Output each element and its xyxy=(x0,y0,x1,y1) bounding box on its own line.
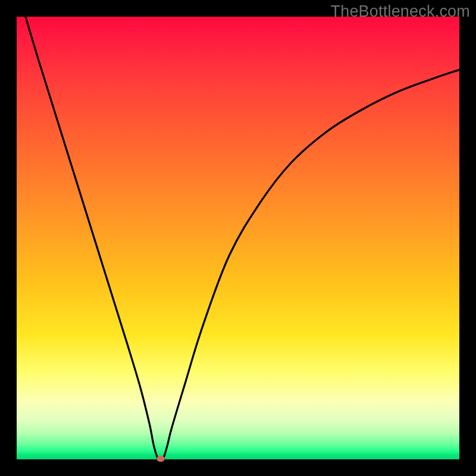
bottleneck-curve xyxy=(26,17,459,459)
watermark-text: TheBottleneck.com xyxy=(330,2,470,21)
minimum-marker xyxy=(156,456,164,462)
plot-area xyxy=(17,17,459,459)
curve-svg xyxy=(17,17,459,459)
chart-frame: TheBottleneck.com xyxy=(0,0,476,476)
